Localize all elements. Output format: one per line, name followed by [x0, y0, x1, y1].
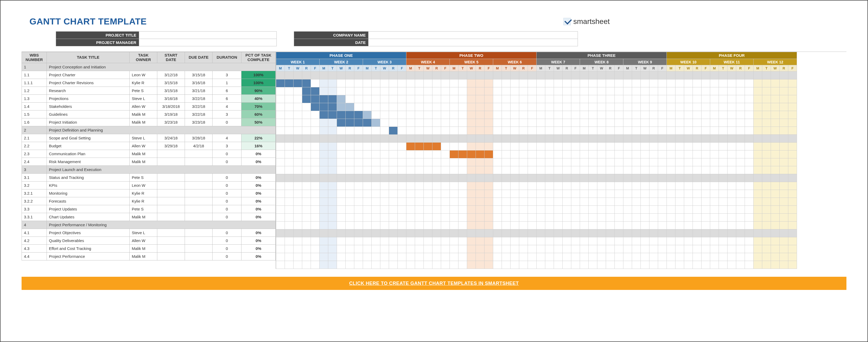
gantt-cell[interactable]: [485, 190, 493, 198]
gantt-cell[interactable]: [667, 253, 676, 261]
gantt-cell[interactable]: [589, 127, 597, 135]
gantt-cell[interactable]: [702, 87, 710, 95]
gantt-cell[interactable]: [762, 198, 771, 206]
gantt-cell[interactable]: [311, 95, 319, 103]
gantt-cell[interactable]: [676, 135, 684, 143]
gantt-cell[interactable]: [762, 158, 771, 166]
gantt-cell[interactable]: [554, 245, 563, 253]
gantt-cell[interactable]: [432, 71, 441, 80]
gantt-cell[interactable]: [293, 80, 302, 87]
gantt-cell[interactable]: [580, 127, 589, 135]
gantt-cell[interactable]: [519, 221, 528, 229]
gantt-cell[interactable]: [623, 158, 632, 166]
gantt-cell[interactable]: [302, 119, 311, 127]
gantt-cell[interactable]: [519, 190, 528, 198]
gantt-cell[interactable]: [710, 80, 719, 87]
gantt-cell[interactable]: [311, 127, 319, 135]
gantt-cell[interactable]: [276, 158, 285, 166]
gantt-cell[interactable]: [311, 71, 319, 80]
gantt-cell[interactable]: [693, 261, 702, 269]
gantt-cell[interactable]: [545, 135, 554, 143]
gantt-cell[interactable]: [606, 253, 615, 261]
gantt-cell[interactable]: [467, 261, 476, 269]
gantt-cell[interactable]: [667, 111, 676, 119]
gantt-cell[interactable]: [502, 127, 510, 135]
gantt-cell[interactable]: [493, 80, 502, 87]
gantt-cell[interactable]: [372, 135, 380, 143]
gantt-cell[interactable]: [276, 190, 285, 198]
gantt-cell[interactable]: [753, 95, 762, 103]
gantt-cell[interactable]: [571, 103, 580, 111]
gantt-cell[interactable]: [658, 119, 667, 127]
gantt-cell[interactable]: [432, 87, 441, 95]
gantt-cell[interactable]: [771, 261, 780, 269]
gantt-cell[interactable]: [311, 143, 319, 151]
gantt-cell[interactable]: [519, 151, 528, 158]
gantt-cell[interactable]: [771, 198, 780, 206]
gantt-cell[interactable]: [667, 174, 676, 182]
gantt-cell[interactable]: [485, 127, 493, 135]
gantt-cell[interactable]: [311, 229, 319, 237]
gantt-cell[interactable]: [485, 253, 493, 261]
gantt-cell[interactable]: [710, 135, 719, 143]
gantt-cell[interactable]: [346, 127, 354, 135]
gantt-cell[interactable]: [467, 237, 476, 245]
gantt-cell[interactable]: [380, 135, 389, 143]
gantt-cell[interactable]: [380, 119, 389, 127]
gantt-cell[interactable]: [424, 214, 432, 221]
gantt-cell[interactable]: [641, 127, 649, 135]
gantt-cell[interactable]: [693, 206, 702, 214]
gantt-cell[interactable]: [563, 237, 571, 245]
project-manager-value[interactable]: [139, 39, 277, 46]
gantt-cell[interactable]: [389, 135, 398, 143]
gantt-cell[interactable]: [693, 245, 702, 253]
gantt-cell[interactable]: [745, 95, 753, 103]
gantt-cell[interactable]: [727, 206, 736, 214]
gantt-cell[interactable]: [276, 143, 285, 151]
gantt-cell[interactable]: [502, 119, 510, 127]
gantt-cell[interactable]: [780, 127, 788, 135]
gantt-cell[interactable]: [285, 87, 293, 95]
gantt-cell[interactable]: [354, 237, 363, 245]
gantt-cell[interactable]: [293, 214, 302, 221]
gantt-cell[interactable]: [380, 206, 389, 214]
gantt-cell[interactable]: [276, 182, 285, 190]
gantt-cell[interactable]: [363, 198, 372, 206]
gantt-cell[interactable]: [676, 158, 684, 166]
gantt-cell[interactable]: [510, 87, 519, 95]
gantt-cell[interactable]: [302, 111, 311, 119]
gantt-cell[interactable]: [476, 214, 485, 221]
gantt-cell[interactable]: [606, 80, 615, 87]
gantt-cell[interactable]: [372, 127, 380, 135]
gantt-cell[interactable]: [493, 198, 502, 206]
gantt-cell[interactable]: [606, 221, 615, 229]
gantt-cell[interactable]: [641, 151, 649, 158]
gantt-cell[interactable]: [389, 151, 398, 158]
gantt-cell[interactable]: [719, 111, 727, 119]
gantt-cell[interactable]: [536, 80, 545, 87]
gantt-cell[interactable]: [719, 206, 727, 214]
gantt-cell[interactable]: [372, 261, 380, 269]
gantt-cell[interactable]: [389, 127, 398, 135]
gantt-cell[interactable]: [528, 221, 536, 229]
gantt-cell[interactable]: [485, 198, 493, 206]
gantt-cell[interactable]: [337, 198, 346, 206]
gantt-cell[interactable]: [528, 135, 536, 143]
gantt-cell[interactable]: [641, 253, 649, 261]
gantt-cell[interactable]: [459, 214, 467, 221]
gantt-cell[interactable]: [710, 237, 719, 245]
gantt-cell[interactable]: [285, 253, 293, 261]
gantt-cell[interactable]: [606, 206, 615, 214]
gantt-cell[interactable]: [293, 103, 302, 111]
gantt-cell[interactable]: [623, 245, 632, 253]
gantt-cell[interactable]: [693, 80, 702, 87]
gantt-cell[interactable]: [459, 166, 467, 174]
gantt-cell[interactable]: [589, 151, 597, 158]
gantt-cell[interactable]: [684, 95, 693, 103]
gantt-cell[interactable]: [736, 151, 745, 158]
gantt-cell[interactable]: [311, 245, 319, 253]
gantt-cell[interactable]: [632, 174, 641, 182]
gantt-cell[interactable]: [459, 119, 467, 127]
gantt-cell[interactable]: [415, 143, 424, 151]
gantt-cell[interactable]: [415, 245, 424, 253]
